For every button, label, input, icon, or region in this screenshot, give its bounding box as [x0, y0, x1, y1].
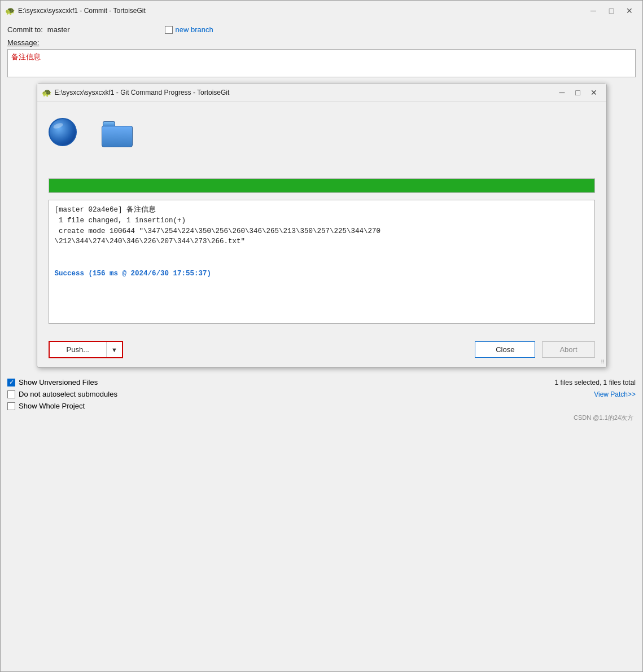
view-patch-link[interactable]: View Patch>>: [594, 390, 636, 398]
output-line3: create mode 100644 "\347\254\224\350\256…: [55, 227, 381, 235]
bottom-row-1: ✓ Show Unversioned Files 1 files selecte…: [7, 378, 636, 386]
outer-minimize-button[interactable]: ─: [585, 4, 602, 17]
bottom-row-3: Show Whole Project: [7, 402, 636, 410]
outer-titlebar-controls: ─ □ ✕: [585, 4, 638, 17]
inner-close-button[interactable]: ✕: [586, 86, 602, 99]
outer-title-left: 🐢 E:\sysxcx\sysxcxkf1 - Commit - Tortois…: [5, 6, 146, 15]
tortoise-icon: 🐢: [5, 6, 15, 15]
icons-row: [49, 111, 595, 156]
show-unversioned-row: ✓ Show Unversioned Files: [7, 378, 98, 386]
show-whole-label: Show Whole Project: [19, 402, 85, 410]
message-text: 备注信息: [11, 52, 41, 61]
show-unversioned-checkbox[interactable]: ✓: [7, 379, 15, 386]
files-selected-text: 1 files selected, 1 files total: [555, 379, 636, 386]
output-line4: \212\344\274\240\346\226\207\344\273\266…: [55, 238, 246, 245]
output-area: [master 02a4e6e] 备注信息 1 file changed, 1 …: [49, 200, 595, 324]
do-not-autoselect-checkbox[interactable]: [7, 390, 15, 398]
inner-maximize-button[interactable]: □: [570, 86, 586, 99]
push-dropdown-button[interactable]: ▼: [106, 342, 122, 357]
inner-titlebar: 🐢 E:\sysxcx\sysxcxkf1 - Git Command Prog…: [37, 84, 606, 102]
show-whole-row: Show Whole Project: [7, 402, 85, 410]
output-line1: [master 02a4e6e] 备注信息: [55, 206, 156, 214]
message-box[interactable]: 备注信息: [7, 49, 636, 77]
progress-bar-container: [49, 178, 595, 193]
commit-to-row: Commit to: master new branch: [7, 25, 636, 34]
commit-to-label: Commit to:: [7, 25, 43, 34]
outer-maximize-button[interactable]: □: [603, 4, 620, 17]
outer-window: 🐢 E:\sysxcx\sysxcxkf1 - Commit - Tortois…: [0, 0, 643, 672]
inner-window-title: E:\sysxcx\sysxcxkf1 - Git Command Progre…: [55, 89, 230, 96]
outer-titlebar: 🐢 E:\sysxcx\sysxcxkf1 - Commit - Tortois…: [1, 1, 642, 20]
do-not-autoselect-label: Do not autoselect submodules: [19, 390, 117, 398]
new-branch-label: new branch: [176, 25, 213, 34]
inner-buttons-row: Push... ▼ Close Abort: [37, 333, 606, 367]
csdn-watermark: CSDN @1.1的24次方: [7, 414, 636, 422]
new-branch-checkbox[interactable]: [165, 26, 173, 34]
close-dialog-button[interactable]: Close: [475, 341, 535, 358]
message-label: Message:: [7, 38, 636, 47]
outer-bottom: ✓ Show Unversioned Files 1 files selecte…: [1, 374, 642, 427]
show-unversioned-label: Show Unversioned Files: [19, 378, 98, 386]
resize-dots-icon: ⠿: [601, 359, 604, 365]
folder-icon: [102, 119, 135, 147]
right-buttons: Close Abort: [475, 341, 594, 358]
new-branch-group: new branch: [165, 25, 213, 34]
commit-to-branch: master: [47, 25, 70, 34]
inner-tortoise-icon: 🐢: [42, 88, 51, 97]
inner-body: [master 02a4e6e] 备注信息 1 file changed, 1 …: [37, 102, 606, 333]
bottom-row-2: Do not autoselect submodules View Patch>…: [7, 390, 636, 398]
outer-window-title: E:\sysxcx\sysxcxkf1 - Commit - TortoiseG…: [18, 7, 146, 15]
push-button-group: Push... ▼: [49, 341, 123, 358]
do-not-autoselect-row: Do not autoselect submodules: [7, 390, 117, 398]
inner-titlebar-controls: ─ □ ✕: [554, 86, 602, 99]
globe-icon: [49, 118, 79, 148]
inner-title-left: 🐢 E:\sysxcx\sysxcxkf1 - Git Command Prog…: [42, 88, 230, 97]
inner-minimize-button[interactable]: ─: [554, 86, 570, 99]
resize-handle[interactable]: ⠿: [597, 358, 604, 365]
inner-window: 🐢 E:\sysxcx\sysxcxkf1 - Git Command Prog…: [37, 83, 607, 368]
outer-close-button[interactable]: ✕: [621, 4, 638, 17]
push-button[interactable]: Push...: [50, 342, 106, 357]
progress-bar-fill: [49, 179, 594, 192]
outer-content: Commit to: master new branch Message: 备注…: [1, 20, 642, 374]
output-line2: 1 file changed, 1 insertion(+): [55, 217, 186, 225]
abort-button: Abort: [542, 341, 594, 358]
show-whole-checkbox[interactable]: [7, 402, 15, 410]
output-success: Success (156 ms @ 2024/6/30 17:55:37): [55, 270, 212, 278]
